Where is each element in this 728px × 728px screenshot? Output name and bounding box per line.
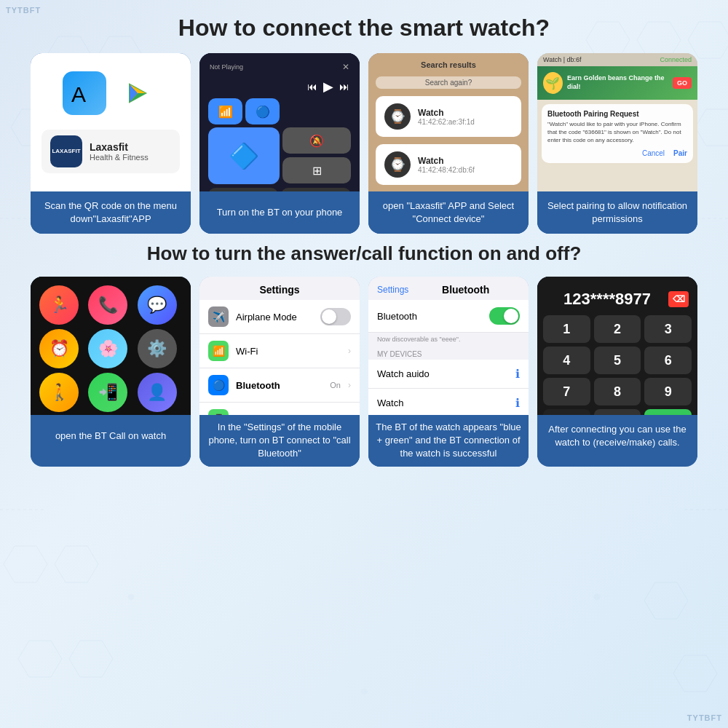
btp-ad-banner: 🌱 Earn Golden beans Change the dial! GO (537, 66, 697, 100)
dp-key-call[interactable]: 📞 (644, 409, 692, 415)
btp-ad-go-btn[interactable]: GO (673, 77, 692, 89)
card-app-label: open "Laxasfit" APP and Select "Connect … (368, 191, 529, 234)
card-bt-settings-label: The BT of the watch appears "blue + gree… (368, 415, 529, 467)
bt-back-btn[interactable]: Settings (377, 285, 408, 295)
svg-marker-9 (4, 546, 47, 582)
card-settings: Settings ✈️ Airplane Mode 📶 Wi-Fi › 🔵 Bl… (199, 277, 360, 467)
card-bt: Not Playing ✕ ⏮ ▶ ⏭ 📶 🔵 🔷 🔕 ⊞ (199, 53, 360, 234)
watch-app-settings: ⚙️ (138, 329, 177, 368)
card-bt-image: Not Playing ✕ ⏮ ▶ ⏭ 📶 🔵 🔷 🔕 ⊞ (199, 53, 360, 191)
sr-device1-icon: ⌚ (384, 103, 411, 130)
btp-cancel-btn[interactable]: Cancel (642, 149, 665, 157)
dp-key-8[interactable]: 8 (594, 378, 641, 405)
bt-discoverable-text: Now discoverable as "eeee". (368, 333, 529, 346)
airplane-toggle[interactable] (320, 308, 351, 325)
btp-dialog-title: Bluetooth Pairing Request (547, 110, 687, 118)
cc-next-icon: ⏭ (339, 81, 349, 92)
bt-device1-info-icon[interactable]: ℹ (515, 367, 520, 381)
watch-app-person: 👤 (138, 373, 177, 412)
dp-key-9[interactable]: 9 (644, 378, 692, 405)
dp-backspace-btn[interactable]: ⌫ (668, 291, 689, 307)
svg-marker-10 (55, 546, 98, 582)
bt-main-item[interactable]: Bluetooth (368, 300, 529, 333)
btp-top-bar: Watch | db:6f Connected (537, 53, 697, 66)
dp-key-1[interactable]: 1 (543, 315, 590, 343)
bt-settings-arrow: › (348, 380, 351, 390)
card-pair-label: Select pairing to allow notification per… (537, 191, 697, 234)
cc-row2: 🌙 Focus ☀️ 🔊 (205, 188, 354, 191)
card-app: Search results Search again? ⌚ Watch 41:… (368, 53, 529, 234)
dp-key-0[interactable]: 0 (594, 409, 641, 415)
watermark-bottom-right: TYTBFT (687, 713, 722, 722)
wifi-label: Wi-Fi (236, 346, 341, 357)
watch-app-call2: 📲 (88, 373, 127, 412)
bt-settings-nav: Settings Bluetooth (368, 277, 529, 300)
watch-app-run: 🏃 (39, 285, 79, 325)
watch-app-phone: 📞 (88, 285, 127, 325)
cc-silent-btn[interactable]: 🔕 (282, 127, 351, 154)
cc-wifi-btn[interactable]: 📶 (208, 98, 242, 124)
sr-again: Search again? (376, 76, 521, 89)
cc-screen-btn[interactable]: ⊞ (282, 157, 351, 183)
sr-device1-info: Watch 41:42:62:ae:3f:1d (418, 108, 475, 126)
wifi-arrow: › (348, 346, 351, 356)
btp-connected: Connected (660, 56, 692, 63)
bt-device2[interactable]: Watch ℹ (368, 389, 529, 415)
bt-main-toggle[interactable] (489, 307, 520, 325)
bt-settings-screen: Settings Bluetooth Bluetooth Now discove… (368, 277, 529, 415)
dp-number-text: 123****8977 (546, 290, 668, 309)
bt-my-devices-header: MY DEVICES (368, 346, 529, 360)
settings-item-wifi[interactable]: 📶 Wi-Fi › (199, 334, 360, 368)
card-pair: Watch | db:6f Connected 🌱 Earn Golden be… (537, 53, 697, 234)
sr-device2-icon: ⌚ (384, 151, 411, 178)
bt-device2-info-icon[interactable]: ℹ (515, 396, 520, 410)
svg-point-17 (128, 594, 134, 600)
svg-text:A: A (71, 82, 86, 106)
bt-device1[interactable]: Watch auido ℹ (368, 360, 529, 389)
dial-pad-screen: 123****8977 ⌫ 1 2 3 4 5 6 7 8 9 + (537, 277, 697, 415)
app-icons-grid: A LAXASFIT (31, 60, 191, 184)
sr-header: Search results (376, 60, 521, 69)
btp-watch-id: Watch | db:6f (543, 56, 582, 63)
app-store-icon: A (63, 71, 106, 115)
dp-keys-grid: 1 2 3 4 5 6 7 8 9 + 0 📞 (543, 315, 692, 415)
sr-device1[interactable]: ⌚ Watch 41:42:62:ae:3f:1d (376, 96, 521, 137)
watch-app-alarm: ⏰ (39, 329, 79, 368)
airplane-label: Airplane Mode (236, 312, 313, 323)
cc-bt-btn[interactable]: 🔵 (245, 98, 280, 124)
laxasfit-text: Laxasfit Health & Fitness (90, 141, 149, 162)
settings-item-bt[interactable]: 🔵 Bluetooth On › (199, 368, 360, 403)
btp-dialog-actions: Cancel Pair (547, 149, 687, 157)
dp-key-2[interactable]: 2 (594, 315, 641, 343)
card-pair-image: Watch | db:6f Connected 🌱 Earn Golden be… (537, 53, 697, 191)
dp-key-plus[interactable]: + (543, 409, 590, 415)
bt-pairing-screen: Watch | db:6f Connected 🌱 Earn Golden be… (537, 53, 697, 191)
dp-key-3[interactable]: 3 (644, 315, 692, 343)
settings-item-airplane[interactable]: ✈️ Airplane Mode (199, 300, 360, 334)
laxasfit-subtitle: Health & Fitness (90, 153, 149, 162)
settings-item-cellular[interactable]: 📱 Cellular › (199, 403, 360, 415)
bt-device2-name: Watch (377, 397, 508, 408)
cc-brightness-btn[interactable]: ☀️ 🔊 (281, 188, 351, 191)
sr-device2[interactable]: ⌚ Watch 41:42:48:42:db:6f (376, 144, 521, 185)
dp-key-4[interactable]: 4 (543, 347, 590, 374)
dp-key-5[interactable]: 5 (594, 347, 641, 374)
btp-pair-btn[interactable]: Pair (673, 149, 687, 157)
cc-focus-btn[interactable]: 🌙 Focus (208, 188, 278, 191)
bt-header-title: Bluetooth (411, 284, 520, 296)
svg-marker-11 (644, 582, 688, 619)
btp-dialog-body: "Watch" would like to pair with your iPh… (547, 120, 687, 145)
sr-device1-id: 41:42:62:ae:3f:1d (418, 118, 475, 126)
bt-settings-label: Bluetooth (236, 380, 323, 391)
sr-device2-info: Watch 41:42:48:42:db:6f (418, 156, 475, 174)
cc-bt-big-btn[interactable]: 🔷 (208, 127, 280, 184)
card-watch-bt-label: open the BT Call on watch (31, 415, 191, 457)
main-content: How to connect the smart watch? A (0, 0, 728, 488)
section1-title: How to connect the smart watch? (22, 15, 706, 41)
watch-app-msg: 💬 (138, 285, 177, 325)
laxasfit-logo: LAXASFIT (50, 135, 82, 167)
cc-prev-icon: ⏮ (307, 81, 317, 92)
card-qr: A LAXASFIT (31, 53, 191, 234)
dp-key-6[interactable]: 6 (644, 347, 692, 374)
dp-key-7[interactable]: 7 (543, 378, 590, 405)
